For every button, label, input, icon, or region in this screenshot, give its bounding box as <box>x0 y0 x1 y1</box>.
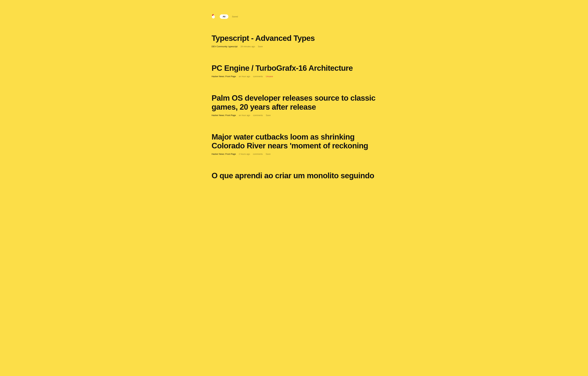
article-meta: DEV Community: typescript 28 minutes ago… <box>211 45 377 48</box>
feed: Typescript - Advanced Types DEV Communit… <box>211 34 377 180</box>
article-item: O que aprendi ao criar um monolito segui… <box>211 171 377 180</box>
save-button[interactable]: Save <box>258 45 263 48</box>
article-item: PC Engine / TurboGrafx-16 Architecture H… <box>211 64 377 77</box>
save-button[interactable]: Save <box>266 114 271 117</box>
article-title[interactable]: PC Engine / TurboGrafx-16 Architecture <box>211 64 377 73</box>
article-title[interactable]: Typescript - Advanced Types <box>211 34 377 43</box>
article-timestamp: 2 hours ago <box>239 153 250 155</box>
main-container: All Saved Typescript - Advanced Types DE… <box>211 0 377 180</box>
article-title[interactable]: O que aprendi ao criar um monolito segui… <box>211 171 377 180</box>
article-title[interactable]: Major water cutbacks loom as shrinking C… <box>211 133 377 150</box>
tab-saved[interactable]: Saved <box>232 14 238 19</box>
article-source[interactable]: Hacker News: Front Page <box>211 153 236 155</box>
article-source[interactable]: Hacker News: Front Page <box>211 114 236 117</box>
tab-all[interactable]: All <box>220 14 228 19</box>
article-meta: Hacker News: Front Page an hour ago comm… <box>211 75 377 77</box>
save-button[interactable]: Save <box>266 153 271 155</box>
comments-link[interactable]: comments <box>253 75 263 77</box>
article-timestamp: 28 minutes ago <box>241 45 255 48</box>
article-source[interactable]: Hacker News: Front Page <box>211 75 236 77</box>
tabs: All Saved <box>220 14 238 19</box>
article-source[interactable]: DEV Community: typescript <box>211 45 238 48</box>
article-item: Major water cutbacks loom as shrinking C… <box>211 133 377 155</box>
article-item: Palm OS developer releases source to cla… <box>211 94 377 116</box>
article-item: Typescript - Advanced Types DEV Communit… <box>211 34 377 48</box>
comments-link[interactable]: comments <box>253 114 263 117</box>
unsave-button[interactable]: Unsave <box>266 75 273 77</box>
site-logo-icon[interactable] <box>211 15 215 19</box>
header: All Saved <box>211 14 377 19</box>
article-timestamp: an hour ago <box>239 114 250 117</box>
article-timestamp: an hour ago <box>239 75 250 77</box>
comments-link[interactable]: comments <box>253 153 263 155</box>
article-meta: Hacker News: Front Page an hour ago comm… <box>211 114 377 117</box>
article-title[interactable]: Palm OS developer releases source to cla… <box>211 94 377 111</box>
article-meta: Hacker News: Front Page 2 hours ago comm… <box>211 153 377 155</box>
